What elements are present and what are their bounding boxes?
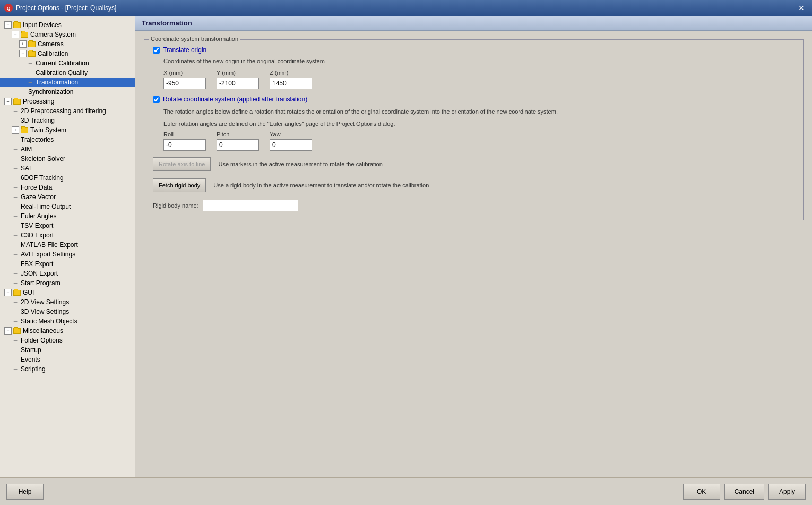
ok-button[interactable]: OK: [683, 484, 720, 500]
leaf-dash: –: [12, 365, 19, 373]
leaf-dash: –: [19, 88, 27, 96]
sidebar-item-label: 3D Tracking: [21, 117, 55, 124]
sidebar-item-3d-tracking[interactable]: –3D Tracking: [0, 116, 135, 125]
yaw-input[interactable]: [270, 139, 312, 151]
rotation-inputs: Roll Pitch Yaw: [163, 131, 794, 151]
sidebar-item-gaze-vector[interactable]: –Gaze Vector: [0, 192, 135, 202]
leaf-dash: –: [12, 346, 19, 354]
leaf-dash: –: [12, 107, 19, 115]
roll-input[interactable]: [163, 139, 206, 151]
sidebar-item-transformation[interactable]: –Transformation: [0, 78, 135, 87]
z-label: Z (mm): [270, 70, 312, 76]
sidebar-item-cameras[interactable]: +Cameras: [0, 39, 135, 49]
rigid-body-name-row: Rigid body name:: [153, 200, 794, 211]
apply-button[interactable]: Apply: [768, 484, 806, 500]
sidebar-item-tsv-export[interactable]: –TSV Export: [0, 221, 135, 230]
sidebar-item-fbx-export[interactable]: –FBX Export: [0, 259, 135, 269]
leaf-dash: –: [12, 155, 19, 162]
window-title: Project Options - [Project: Qualisys]: [16, 4, 116, 12]
sidebar-item-processing[interactable]: −Processing: [0, 97, 135, 106]
sidebar-item-2d-preprocessing[interactable]: –2D Preprocessing and filtering: [0, 106, 135, 116]
rigid-body-input[interactable]: [203, 200, 298, 211]
y-input-group: Y (mm): [217, 70, 259, 89]
sidebar-item-label: Real-Time Output: [21, 203, 71, 210]
sidebar-item-events[interactable]: –Events: [0, 355, 135, 364]
translate-origin-label[interactable]: Translate origin: [163, 46, 206, 54]
rotate-coord-row: Rotate coordinate system (applied after …: [153, 96, 794, 103]
sidebar-item-label: Static Mesh Objects: [21, 318, 77, 325]
sidebar-item-sal[interactable]: –SAL: [0, 164, 135, 173]
fetch-rigid-button[interactable]: Fetch rigid body: [153, 178, 206, 192]
leaf-dash: –: [12, 251, 19, 258]
sidebar-item-c3d-export[interactable]: –C3D Export: [0, 230, 135, 240]
z-input[interactable]: [270, 78, 312, 89]
sidebar: −Input Devices−Camera System+Cameras−Cal…: [0, 16, 135, 477]
toggle-icon[interactable]: −: [4, 327, 12, 335]
y-input[interactable]: [217, 78, 259, 89]
leaf-dash: –: [12, 222, 19, 229]
sidebar-item-label: Input Devices: [23, 21, 62, 29]
close-button[interactable]: ✕: [795, 2, 808, 14]
sidebar-item-3d-view-settings[interactable]: –3D View Settings: [0, 307, 135, 316]
toggle-icon[interactable]: −: [4, 21, 12, 29]
help-button[interactable]: Help: [6, 484, 44, 500]
x-input[interactable]: [163, 78, 206, 89]
cancel-button[interactable]: Cancel: [724, 484, 764, 500]
toggle-icon[interactable]: −: [4, 289, 12, 296]
leaf-dash: –: [12, 298, 19, 306]
folder-icon: [13, 328, 21, 334]
leaf-dash: –: [12, 337, 19, 344]
toggle-icon[interactable]: −: [12, 31, 19, 38]
pitch-input[interactable]: [217, 139, 259, 151]
toggle-icon[interactable]: +: [12, 126, 19, 134]
toggle-icon[interactable]: −: [4, 98, 12, 105]
rotate-coord-label[interactable]: Rotate coordinate system (applied after …: [163, 96, 307, 103]
sidebar-item-calibration[interactable]: −Calibration: [0, 49, 135, 58]
sidebar-item-label: 3D View Settings: [21, 308, 69, 315]
sidebar-item-force-data[interactable]: –Force Data: [0, 183, 135, 192]
sidebar-item-label: SAL: [21, 165, 33, 172]
sidebar-item-label: Events: [21, 356, 40, 363]
translate-origin-checkbox[interactable]: [153, 47, 160, 54]
sidebar-item-synchronization[interactable]: –Synchronization: [0, 87, 135, 97]
sidebar-item-twin-system[interactable]: +Twin System: [0, 125, 135, 135]
sidebar-item-aim[interactable]: –AIM: [0, 144, 135, 154]
coordinate-system-group: Coordinate system transformation Transla…: [144, 39, 804, 220]
sidebar-item-matlab-file-export[interactable]: –MATLAB File Export: [0, 240, 135, 250]
sidebar-item-startup[interactable]: –Startup: [0, 345, 135, 355]
sidebar-item-skeleton-solver[interactable]: –Skeleton Solver: [0, 154, 135, 164]
sidebar-item-6dof-tracking[interactable]: –6DOF Tracking: [0, 173, 135, 183]
sidebar-item-scripting[interactable]: –Scripting: [0, 364, 135, 374]
sidebar-item-input-devices[interactable]: −Input Devices: [0, 20, 135, 30]
leaf-dash: –: [12, 174, 19, 182]
sidebar-item-miscellaneous[interactable]: −Miscellaneous: [0, 326, 135, 336]
sidebar-item-euler-angles[interactable]: –Euler Angles: [0, 211, 135, 221]
group-legend: Coordinate system transformation: [149, 36, 240, 42]
sidebar-item-camera-system[interactable]: −Camera System: [0, 30, 135, 39]
rigid-body-label: Rigid body name:: [153, 202, 198, 209]
sidebar-item-label: Euler Angles: [21, 212, 56, 220]
app-icon: Q: [4, 4, 13, 12]
sidebar-item-trajectories[interactable]: –Trajectories: [0, 135, 135, 144]
sidebar-item-label: Gaze Vector: [21, 193, 56, 201]
sidebar-item-2d-view-settings[interactable]: –2D View Settings: [0, 297, 135, 307]
translate-origin-row: Translate origin: [153, 46, 794, 54]
sidebar-item-label: FBX Export: [21, 260, 53, 268]
sidebar-item-calibration-quality[interactable]: –Calibration Quality: [0, 68, 135, 78]
sidebar-item-label: Calibration: [38, 50, 68, 57]
sidebar-item-current-calibration[interactable]: –Current Calibration: [0, 58, 135, 68]
sidebar-item-static-mesh-objects[interactable]: –Static Mesh Objects: [0, 316, 135, 326]
x-label: X (mm): [163, 70, 206, 76]
sidebar-item-label: Synchronization: [28, 88, 73, 96]
sidebar-item-gui[interactable]: −GUI: [0, 288, 135, 297]
toggle-icon[interactable]: −: [19, 50, 27, 57]
sidebar-item-folder-options[interactable]: –Folder Options: [0, 336, 135, 345]
sidebar-item-start-program[interactable]: –Start Program: [0, 278, 135, 288]
sidebar-item-avi-export-settings[interactable]: –AVI Export Settings: [0, 250, 135, 259]
sidebar-item-json-export[interactable]: –JSON Export: [0, 269, 135, 278]
rotate-axis-button[interactable]: Rotate axis to line: [153, 157, 211, 171]
rotate-coord-checkbox[interactable]: [153, 96, 160, 103]
leaf-dash: –: [27, 79, 34, 86]
toggle-icon[interactable]: +: [19, 40, 27, 48]
sidebar-item-realtime-output[interactable]: –Real-Time Output: [0, 202, 135, 211]
